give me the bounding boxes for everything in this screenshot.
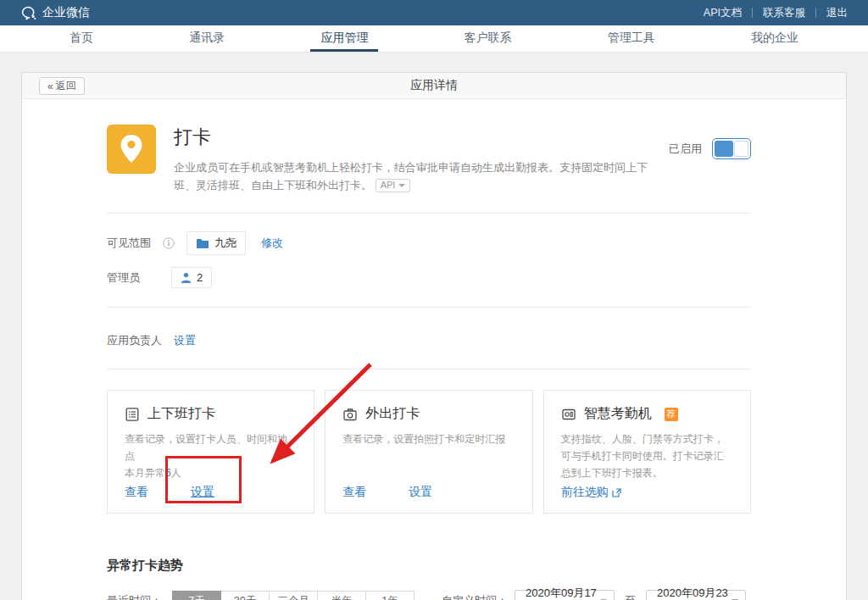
trend-title: 异常打卡趋势 — [107, 558, 751, 574]
range-7d-button[interactable]: 7天 — [172, 591, 221, 600]
admin-chip[interactable]: 2 — [171, 267, 212, 288]
panel-header: « 返回 应用详情 — [22, 73, 846, 99]
main-nav: 首页 通讯录 应用管理 客户联系 管理工具 我的企业 — [0, 25, 868, 53]
back-label: 返回 — [56, 79, 76, 93]
visible-range-label: 可见范围 — [107, 236, 159, 251]
card-title: 外出打卡 — [365, 405, 420, 423]
topbar: 企业微信 API文档 联系客服 退出 — [0, 0, 868, 25]
owner-set-link[interactable]: 设置 — [174, 333, 196, 348]
nav-item-my-company[interactable]: 我的企业 — [741, 25, 809, 52]
range-button-group: 7天 30天 三个月 半年 1年 — [172, 591, 415, 600]
admin-count: 2 — [197, 271, 203, 284]
admin-row: 管理员 2 — [107, 267, 751, 288]
panel-content: 打卡 企业成员可在手机或智慧考勤机上轻松打卡，结合审批申请自动生成出勤报表。支持… — [22, 125, 846, 600]
app-header: 打卡 企业成员可在手机或智慧考勤机上轻松打卡，结合审批申请自动生成出勤报表。支持… — [107, 125, 751, 194]
folder-icon — [196, 238, 209, 249]
modify-link[interactable]: 修改 — [261, 236, 283, 251]
back-button[interactable]: « 返回 — [39, 77, 85, 95]
status-label: 已启用 — [669, 142, 702, 157]
app-status: 已启用 — [669, 138, 751, 159]
owner-label: 应用负责人 — [107, 333, 162, 348]
page-title: 应用详情 — [410, 78, 458, 93]
divider — [107, 213, 751, 214]
card-actions: 查看 设置 — [342, 485, 432, 500]
brand-name: 企业微信 — [42, 5, 90, 20]
wecom-logo-icon — [20, 6, 36, 20]
back-chevrons-icon: « — [47, 81, 53, 92]
custom-time-label: 自定义时间： — [442, 593, 508, 600]
settings-link[interactable]: 设置 — [409, 485, 432, 500]
toggle-knob — [734, 141, 748, 157]
range-30d-button[interactable]: 30天 — [220, 591, 270, 600]
api-docs-link[interactable]: API文档 — [704, 6, 742, 20]
card-stat-line: 本月异常6人 — [125, 464, 297, 481]
app-detail-panel: « 返回 应用详情 打卡 企业成员可在手机或智慧考勤机上轻松打卡，结合审批申请自… — [21, 72, 847, 600]
app-name: 打卡 — [174, 125, 648, 150]
nav-item-tools[interactable]: 管理工具 — [598, 25, 665, 52]
card-actions: 查看 设置 — [125, 485, 214, 500]
logout-link[interactable]: 退出 — [826, 6, 848, 20]
visible-range-value: 九尧 — [214, 236, 236, 251]
divider — [107, 307, 751, 308]
card-title-row: 外出打卡 — [342, 405, 515, 423]
visible-range-chip: 九尧 — [186, 231, 246, 255]
nav-item-home[interactable]: 首页 — [59, 25, 103, 52]
toggle-on-fill — [715, 141, 733, 157]
card-description: 支持指纹、人脸、门禁等方式打卡，可与手机打卡同时使用。打卡记录汇总到上下班打卡报… — [561, 431, 733, 481]
attendance-machine-icon — [561, 407, 576, 422]
range-3m-button[interactable]: 三个月 — [269, 591, 318, 600]
settings-link[interactable]: 设置 — [191, 485, 214, 500]
recommend-badge: 荐 — [665, 408, 678, 421]
divider — [815, 8, 816, 18]
card-outside-checkin: 外出打卡 查看记录，设置拍照打卡和定时汇报 查看 设置 — [325, 390, 532, 514]
contact-support-link[interactable]: 联系客服 — [763, 6, 805, 20]
caret-down-icon — [398, 184, 405, 187]
card-description: 查看记录，设置拍照打卡和定时汇报 — [342, 431, 515, 447]
nav-item-contacts[interactable]: 通讯录 — [179, 25, 235, 52]
card-smart-attendance: 智慧考勤机 荐 支持指纹、人脸、门禁等方式打卡，可与手机打卡同时使用。打卡记录汇… — [543, 390, 751, 514]
card-title: 上下班打卡 — [147, 405, 215, 423]
card-work-checkin: 上下班打卡 查看记录，设置打卡人员、时间和地点 本月异常6人 查看 设置 — [107, 390, 314, 514]
info-icon[interactable] — [163, 237, 175, 249]
trend-filter-row: 最近时间： 7天 30天 三个月 半年 1年 自定义时间： 2020年09月17… — [107, 590, 751, 600]
range-1y-button[interactable]: 1年 — [365, 591, 415, 600]
nav-item-app-management[interactable]: 应用管理 — [310, 25, 378, 52]
date-from-select[interactable]: 2020年09月17日 — [515, 590, 615, 600]
card-title: 智慧考勤机 — [584, 405, 652, 423]
range-6m-button[interactable]: 半年 — [317, 591, 366, 600]
visible-range-row: 可见范围 九尧 修改 — [107, 231, 751, 255]
app-description: 企业成员可在手机或智慧考勤机上轻松打卡，结合审批申请自动生成出勤报表。支持固定时… — [174, 158, 648, 194]
trend-section: 异常打卡趋势 最近时间： 7天 30天 三个月 半年 1年 自定义时间： 202… — [107, 558, 751, 600]
date-to-select[interactable]: 2020年09月23日 — [646, 590, 746, 600]
to-label: 至 — [625, 593, 636, 600]
location-pin-icon — [120, 134, 143, 164]
card-description: 查看记录，设置打卡人员、时间和地点 本月异常6人 — [125, 431, 297, 481]
recent-time-label: 最近时间： — [107, 593, 162, 600]
checkin-app-icon — [107, 125, 156, 174]
admin-label: 管理员 — [107, 270, 159, 286]
briefcase-camera-icon — [342, 407, 358, 422]
owner-row: 应用负责人 设置 — [107, 333, 751, 348]
card-title-row: 智慧考勤机 荐 — [561, 405, 733, 423]
enable-toggle[interactable] — [712, 138, 751, 159]
nav-item-customer[interactable]: 客户联系 — [454, 25, 522, 52]
divider — [107, 369, 751, 369]
api-dropdown-tag[interactable]: API — [376, 179, 411, 192]
go-purchase-link[interactable]: 前往选购 — [561, 485, 621, 500]
divider — [752, 8, 753, 18]
abnormal-count: 6 — [165, 467, 171, 479]
app-info: 打卡 企业成员可在手机或智慧考勤机上轻松打卡，结合审批申请自动生成出勤报表。支持… — [174, 125, 648, 194]
card-actions: 前往选购 — [561, 485, 621, 500]
view-link[interactable]: 查看 — [342, 485, 366, 500]
card-title-row: 上下班打卡 — [125, 405, 297, 423]
feature-cards: 上下班打卡 查看记录，设置打卡人员、时间和地点 本月异常6人 查看 设置 — [107, 390, 751, 514]
brand: 企业微信 — [20, 5, 90, 20]
external-link-icon — [612, 488, 621, 497]
list-lines-icon — [125, 407, 140, 422]
topbar-links: API文档 联系客服 退出 — [704, 6, 848, 20]
person-icon — [181, 272, 192, 284]
view-link[interactable]: 查看 — [125, 485, 148, 500]
